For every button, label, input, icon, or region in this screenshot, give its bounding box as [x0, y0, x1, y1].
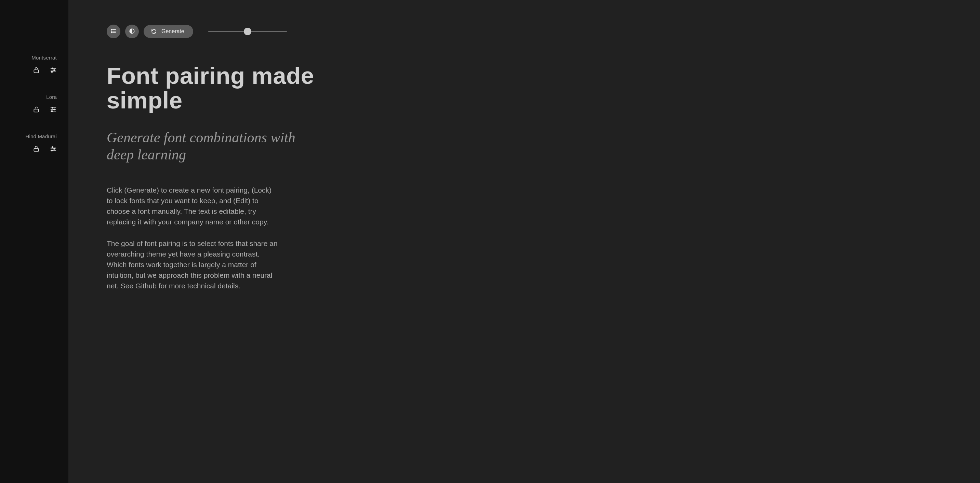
size-slider[interactable] [208, 25, 287, 38]
svg-point-25 [111, 31, 112, 32]
toolbar: Generate [107, 25, 980, 38]
edit-button[interactable] [50, 106, 57, 113]
unlock-icon [33, 145, 40, 152]
svg-point-9 [52, 107, 53, 108]
font-slot-controls [33, 145, 57, 152]
svg-point-6 [51, 71, 52, 72]
body-paragraph[interactable]: The goal of font pairing is to select fo… [107, 238, 278, 291]
body-text[interactable]: Click (Generate) to create a new font pa… [107, 185, 278, 292]
svg-point-26 [111, 32, 112, 33]
subhead-text[interactable]: Generate font combinations with deep lea… [107, 129, 309, 164]
headline-text[interactable]: Font pairing made simple [107, 64, 394, 113]
font-slot-controls [33, 67, 57, 73]
generate-button[interactable]: Generate [144, 25, 193, 38]
svg-point-13 [51, 110, 52, 112]
lock-button[interactable] [33, 106, 40, 113]
refresh-icon [151, 29, 157, 34]
svg-point-20 [51, 150, 52, 151]
svg-rect-14 [34, 148, 38, 151]
edit-button[interactable] [50, 145, 57, 152]
list-icon [110, 28, 116, 35]
svg-point-24 [111, 29, 112, 30]
font-slot-body: Hind Madurai [0, 134, 68, 152]
unlock-icon [33, 106, 40, 113]
svg-point-2 [52, 68, 53, 69]
sliders-icon [50, 106, 57, 113]
font-slot-controls [33, 106, 57, 113]
sidebar: Montserrat Lora [0, 0, 68, 483]
content-area: Font pairing made simple Generate font c… [107, 64, 394, 291]
font-name-label: Lora [46, 94, 57, 100]
font-slot-headline: Montserrat [0, 55, 68, 73]
sliders-icon [50, 145, 57, 152]
lock-button[interactable] [33, 145, 40, 152]
lock-button[interactable] [33, 67, 40, 73]
font-slot-subhead: Lora [0, 94, 68, 113]
app-root: Montserrat Lora [0, 0, 980, 483]
body-paragraph[interactable]: Click (Generate) to create a new font pa… [107, 185, 278, 227]
list-view-button[interactable] [107, 25, 120, 38]
font-name-label: Hind Madurai [25, 134, 57, 139]
sliders-icon [50, 67, 57, 73]
svg-rect-0 [34, 70, 38, 73]
svg-point-4 [54, 69, 55, 70]
main-panel: Generate Font pairing made simple Genera… [68, 0, 980, 483]
contrast-icon [129, 28, 135, 35]
slider-thumb[interactable] [244, 28, 251, 35]
unlock-icon [33, 67, 40, 73]
svg-rect-7 [34, 109, 38, 112]
svg-point-11 [54, 109, 55, 110]
svg-point-18 [54, 148, 55, 149]
theme-toggle-button[interactable] [125, 25, 139, 38]
edit-button[interactable] [50, 67, 57, 73]
font-name-label: Montserrat [32, 55, 57, 61]
generate-button-label: Generate [161, 29, 184, 35]
svg-point-16 [52, 147, 53, 147]
